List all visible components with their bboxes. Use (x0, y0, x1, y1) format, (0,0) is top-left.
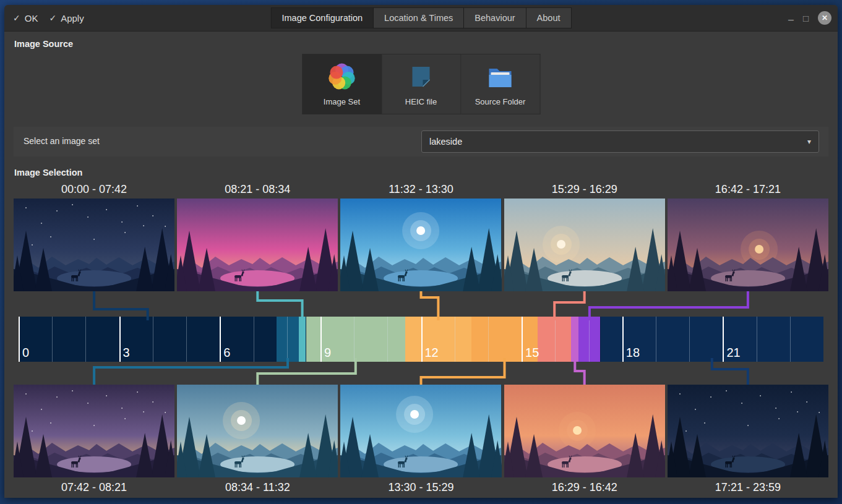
lakeside-scene (177, 385, 338, 477)
timeline-hour-label-6: 6 (223, 346, 230, 360)
lakeside-scene (14, 385, 174, 477)
apply-button-label: Apply (61, 13, 84, 23)
close-icon[interactable]: ✕ (818, 11, 831, 25)
connector-bottom-2 (257, 358, 356, 385)
bottom-thumbnail-row (14, 385, 828, 477)
tab-about[interactable]: About (526, 7, 572, 28)
timeline-hour-line-15 (522, 317, 523, 362)
timeline-hour-line-4 (153, 317, 153, 362)
timeline-hour-line-18 (622, 317, 624, 362)
tab-image-configuration[interactable]: Image Configuration (270, 7, 374, 28)
time-label-top-5: 16:42 - 17:21 (668, 183, 828, 196)
timeline-segment-top-2 (299, 317, 306, 362)
image-source-section-title: Image Source (14, 39, 73, 49)
timeline-hour-line-16 (555, 317, 556, 362)
timeline-hour-label-3: 3 (123, 346, 130, 360)
apply-button[interactable]: ✓ Apply (49, 13, 84, 23)
connector-top-1 (94, 291, 148, 320)
thumbnail-bottom-2[interactable] (177, 385, 338, 477)
time-label-top-4: 15:29 - 16:29 (504, 183, 665, 196)
timeline-hour-line-13 (455, 317, 455, 362)
timeline-hour-line-7 (254, 317, 254, 362)
bottom-time-labels: 07:42 - 08:2108:34 - 11:3213:30 - 15:291… (14, 481, 828, 494)
timeline-hour-line-3 (119, 317, 121, 362)
image-set-dropdown[interactable]: lakeside ▾ (421, 130, 819, 153)
chevron-down-icon: ▾ (807, 137, 811, 146)
source-option-heic-file[interactable]: HEIC file (382, 54, 461, 114)
timeline-hour-line-19 (656, 317, 656, 362)
connector-bottom-3 (421, 358, 505, 385)
thumbnail-bottom-1[interactable] (14, 385, 174, 477)
thumbnail-bottom-5[interactable] (668, 385, 828, 477)
lakeside-scene (177, 199, 338, 291)
thumbnail-top-5[interactable] (668, 199, 828, 291)
tab-behaviour[interactable]: Behaviour (464, 7, 526, 28)
thumbnail-top-3[interactable] (340, 199, 501, 291)
source-option-label: Image Set (324, 97, 360, 106)
lakeside-scene (504, 199, 665, 291)
timeline-hour-label-21: 21 (726, 346, 740, 360)
connector-bottom-1 (94, 358, 288, 385)
lakeside-scene (14, 199, 174, 291)
connector-top-3 (421, 291, 439, 320)
timeline-hour-line-23 (790, 317, 791, 362)
time-label-top-3: 11:32 - 13:30 (340, 183, 501, 196)
timeline-hour-line-9 (320, 317, 322, 362)
top-thumbnail-row (14, 199, 828, 291)
top-time-labels: 00:00 - 07:4208:21 - 08:3411:32 - 13:301… (14, 183, 828, 196)
timeline-hour-line-14 (488, 317, 489, 362)
day-timeline: 036912151821 (19, 317, 823, 362)
timeline-segment-bottom-1 (277, 317, 298, 362)
connector-top-5 (590, 291, 748, 320)
source-folder-icon (486, 62, 515, 92)
time-label-bottom-1: 07:42 - 08:21 (14, 481, 174, 494)
timeline-segment-top-1 (19, 317, 277, 362)
check-icon: ✓ (49, 13, 56, 23)
thumbnail-top-1[interactable] (14, 199, 174, 291)
timeline-hour-label-0: 0 (22, 346, 29, 360)
image-set-select-row: Select an image set lakeside ▾ (14, 127, 828, 156)
timeline-hour-line-20 (689, 317, 690, 362)
time-label-bottom-5: 17:21 - 23:59 (668, 481, 828, 494)
image-set-pinwheel-icon (327, 62, 357, 92)
timeline-hour-line-1 (52, 317, 53, 362)
source-option-image-set[interactable]: Image Set (302, 54, 382, 114)
ok-button-label: OK (25, 13, 38, 23)
source-type-options: Image Set HEIC file Source Folder (302, 54, 540, 114)
timeline-hour-label-15: 15 (525, 346, 539, 360)
lakeside-scene (504, 385, 665, 477)
select-image-set-label: Select an image set (24, 136, 100, 146)
timeline-hour-label-12: 12 (425, 346, 439, 360)
lakeside-scene (340, 199, 501, 291)
time-label-bottom-3: 13:30 - 15:29 (340, 481, 501, 494)
time-label-top-1: 00:00 - 07:42 (14, 183, 174, 196)
source-option-label: HEIC file (405, 97, 437, 106)
timeline-hour-line-12 (421, 317, 423, 362)
titlebar: ✓ OK ✓ Apply Image ConfigurationLocation… (4, 5, 838, 32)
ok-button[interactable]: ✓ OK (13, 13, 38, 23)
timeline-hour-line-8 (287, 317, 288, 362)
timeline-hour-line-2 (85, 317, 86, 362)
image-selection-section-title: Image Selection (14, 168, 82, 177)
lakeside-scene (340, 385, 501, 477)
connector-top-2 (257, 291, 302, 320)
thumbnail-bottom-4[interactable] (504, 385, 665, 477)
timeline-hour-line-11 (387, 317, 388, 362)
minimize-icon[interactable]: – (788, 15, 794, 25)
timeline-hour-line-21 (723, 317, 724, 362)
timeline-segment-bottom-4 (571, 317, 578, 362)
timeline-segment-top-4 (538, 317, 571, 362)
thumbnail-top-2[interactable] (177, 199, 338, 291)
app-window: ✓ OK ✓ Apply Image ConfigurationLocation… (4, 5, 838, 498)
tab-location-times[interactable]: Location & Times (374, 7, 464, 28)
lakeside-scene (668, 199, 828, 291)
source-option-source-folder[interactable]: Source Folder (461, 54, 540, 114)
timeline-hour-line-17 (589, 317, 590, 362)
time-label-bottom-4: 16:29 - 16:42 (504, 481, 665, 494)
check-icon: ✓ (13, 13, 20, 23)
timeline-segment-top-5 (578, 317, 600, 362)
thumbnail-bottom-3[interactable] (340, 385, 501, 477)
connector-top-4 (554, 291, 585, 320)
thumbnail-top-4[interactable] (504, 199, 665, 291)
maximize-icon[interactable]: □ (803, 14, 809, 23)
